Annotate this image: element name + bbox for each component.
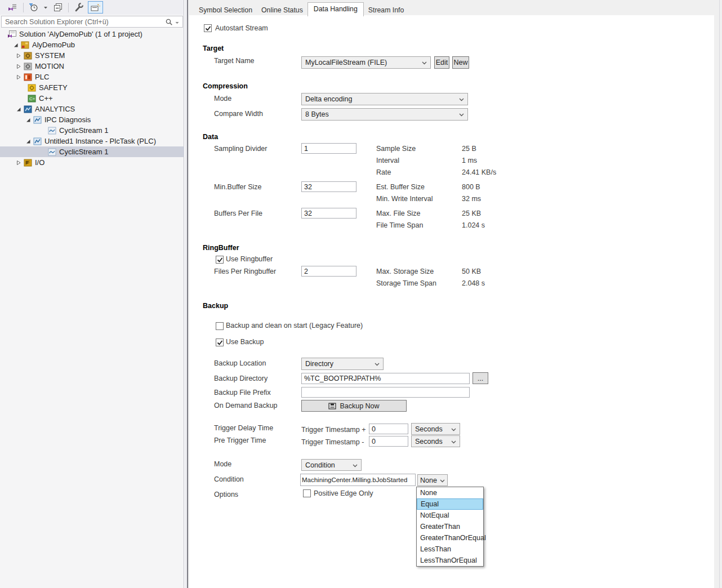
dropdown-item-greaterthanorequal[interactable]: GreaterThanOrEqual: [417, 532, 483, 544]
max-file-size-label: Max. File Size: [376, 210, 421, 217]
positive-edge-only-checkbox[interactable]: [303, 489, 311, 497]
data-section-header: Data: [203, 133, 218, 141]
expander-expanded-icon[interactable]: [14, 42, 20, 48]
dropdown-item-notequal[interactable]: NotEqual: [417, 510, 483, 521]
tree-item-cyclicstream-1-selected[interactable]: CyclicStream 1: [0, 146, 184, 157]
backup-file-prefix-input[interactable]: [301, 387, 470, 398]
backup-clean-on-start-checkbox[interactable]: [216, 322, 224, 330]
tree-item-analytics[interactable]: ANALYTICS: [0, 104, 184, 114]
compression-mode-label: Mode: [214, 95, 231, 103]
tree-item-label: Solution 'AlyDemoPub' (1 of 1 project): [19, 30, 142, 38]
tree-item-cpp[interactable]: C+ C++: [0, 93, 184, 104]
chevron-down-icon: [375, 360, 380, 368]
tab-stream-info[interactable]: Stream Info: [364, 3, 409, 16]
backup-now-button[interactable]: Backup Now: [301, 400, 407, 412]
io-icon: [23, 158, 32, 167]
backup-location-combo[interactable]: Directory: [301, 358, 384, 370]
tree-item-io[interactable]: I/O: [0, 157, 184, 168]
tree-item-untitled1-instance[interactable]: Untitled1 Instance - PlcTask (PLC): [0, 136, 184, 146]
edit-button[interactable]: Edit: [434, 56, 449, 69]
solution-explorer-toolbar: [0, 0, 184, 15]
backup-location-label: Backup Location: [214, 359, 266, 367]
rate-value: 24.41 KB/s: [462, 168, 496, 176]
tree-item-label: SAFETY: [39, 83, 68, 92]
motion-icon: [23, 62, 32, 70]
autostart-stream-checkbox[interactable]: [204, 24, 212, 32]
trigger-timestamp-plus-input[interactable]: [369, 424, 408, 434]
expander-collapsed-icon[interactable]: [16, 64, 23, 69]
expander-collapsed-icon[interactable]: [16, 74, 23, 80]
tree-item-system[interactable]: SYSTEM: [0, 50, 184, 61]
chevron-down-icon[interactable]: [42, 1, 50, 14]
compare-width-combo[interactable]: 8 Bytes: [301, 108, 468, 121]
expander-collapsed-icon[interactable]: [16, 160, 23, 166]
trigger-delay-unit-combo[interactable]: Seconds: [411, 423, 460, 435]
collapse-all-icon[interactable]: [52, 1, 64, 14]
tree-item-label: I/O: [35, 158, 44, 167]
expander-expanded-icon[interactable]: [26, 139, 33, 144]
save-disk-icon: [328, 403, 336, 409]
condition-input[interactable]: [300, 474, 416, 486]
chevron-down-icon: [451, 425, 456, 433]
trigger-timestamp-minus-input[interactable]: [369, 436, 408, 447]
search-input[interactable]: [2, 18, 165, 26]
expander-expanded-icon[interactable]: [16, 106, 23, 112]
new-button[interactable]: New: [452, 56, 469, 69]
target-name-label: Target Name: [214, 57, 255, 65]
expander-collapsed-icon[interactable]: [16, 53, 23, 59]
preview-selected-items-icon[interactable]: [88, 1, 103, 14]
backup-file-prefix-label: Backup File Prefix: [214, 389, 271, 397]
search-options-caret-icon[interactable]: [175, 18, 179, 26]
use-backup-checkbox[interactable]: [216, 338, 224, 346]
dropdown-item-none[interactable]: None: [417, 487, 483, 498]
tab-data-handling[interactable]: Data Handling: [307, 2, 364, 16]
pre-trigger-unit-combo[interactable]: Seconds: [411, 435, 460, 447]
min-buffer-size-input[interactable]: [301, 181, 356, 192]
tab-online-status[interactable]: Online Status: [257, 3, 307, 16]
max-storage-size-label: Max. Storage Size: [376, 268, 434, 275]
expander-expanded-icon[interactable]: [26, 117, 33, 123]
backup-directory-input[interactable]: [301, 373, 470, 384]
trigger-timestamp-minus-label: Trigger Timestamp -: [301, 438, 364, 446]
condition-operator-combo[interactable]: None: [417, 474, 448, 486]
tree-item-cyclicstream-1[interactable]: CyclicStream 1: [0, 125, 184, 136]
min-write-interval-value: 32 ms: [462, 195, 481, 203]
file-time-span-label: File Time Span: [376, 221, 423, 229]
tree-item-solution[interactable]: Solution 'AlyDemoPub' (1 of 1 project): [0, 29, 184, 39]
dropdown-item-greaterthan[interactable]: GreaterThan: [417, 521, 483, 532]
search-box: [1, 16, 183, 28]
target-section-header: Target: [203, 44, 224, 52]
trigger-mode-label: Mode: [214, 460, 231, 468]
plc-icon: [23, 73, 32, 81]
tree-item-label: Untitled1 Instance - PlcTask (PLC): [44, 137, 156, 145]
compression-mode-combo[interactable]: Delta encoding: [301, 93, 468, 105]
dropdown-item-equal[interactable]: Equal: [417, 498, 483, 510]
buffers-per-file-input[interactable]: [301, 208, 356, 219]
safety-icon: [27, 83, 36, 92]
min-buffer-size-label: Min.Buffer Size: [214, 183, 262, 191]
search-icon[interactable]: [165, 18, 173, 26]
target-name-combo[interactable]: MyLocalFileStream (FILE): [301, 56, 431, 69]
properties-wrench-icon[interactable]: [72, 1, 86, 14]
pending-changes-filter-icon[interactable]: [27, 1, 39, 14]
dropdown-item-lessthan[interactable]: LessThan: [417, 544, 483, 555]
tree-item-motion[interactable]: MOTION: [0, 61, 184, 72]
use-ringbuffer-checkbox[interactable]: [216, 256, 224, 264]
tree-item-plc[interactable]: PLC: [0, 72, 184, 82]
tab-symbol-selection[interactable]: Symbol Selection: [194, 3, 257, 16]
tree-item-alydemopub[interactable]: AlyDemoPub: [0, 39, 184, 50]
sync-with-active-document-icon[interactable]: [6, 1, 19, 14]
cpp-icon: C+: [27, 94, 36, 103]
files-per-ringbuffer-input[interactable]: [301, 266, 356, 277]
trigger-mode-combo[interactable]: Condition: [301, 459, 362, 471]
operator-dropdown-list: None Equal NotEqual GreaterThan GreaterT…: [416, 487, 484, 567]
dropdown-item-lessthanorequal[interactable]: LessThanOrEqual: [417, 555, 483, 566]
browse-button[interactable]: ...: [473, 372, 488, 384]
condition-label: Condition: [214, 475, 244, 483]
tree-item-safety[interactable]: SAFETY: [0, 82, 184, 93]
sampling-divider-input[interactable]: [301, 143, 356, 154]
chevron-down-icon: [440, 476, 445, 484]
tree-item-ipc-diagnosis[interactable]: IPC Diagnosis: [0, 114, 184, 125]
options-label: Options: [214, 491, 238, 498]
storage-time-span-value: 2.048 s: [462, 279, 485, 287]
